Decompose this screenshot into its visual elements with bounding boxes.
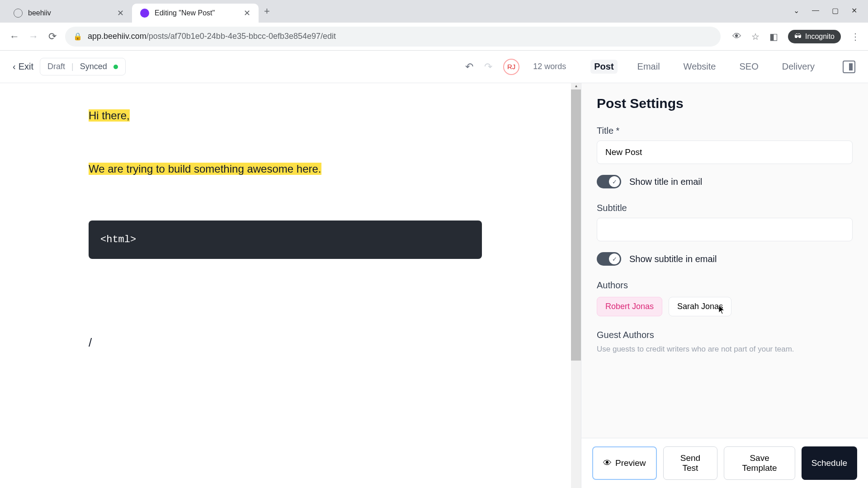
tab-delivery[interactable]: Delivery	[778, 60, 818, 74]
status-separator: |	[71, 62, 74, 71]
status-pill: Draft | Synced	[40, 58, 126, 75]
sidebar-heading: Post Settings	[597, 96, 853, 111]
editor-line-2[interactable]: We are trying to build something awesome…	[89, 163, 321, 175]
chevron-left-icon: ‹	[13, 61, 16, 72]
url-text: app.beehiiv.com/posts/af70b1e0-24bb-4e35…	[88, 32, 336, 41]
editor-scrollbar[interactable]: ▴	[571, 83, 581, 488]
eye-icon: 👁	[603, 458, 612, 468]
forward-button[interactable]: →	[27, 31, 40, 42]
app-toolbar: ‹ Exit Draft | Synced ↶ ↷ RJ 12 words Po…	[0, 51, 868, 83]
reload-button[interactable]: ⟳	[46, 31, 59, 42]
guest-authors-help: Use guests to credit writers who are not…	[597, 345, 853, 354]
show-title-toggle-row: Show title in email	[597, 175, 853, 188]
back-button[interactable]: ←	[8, 31, 21, 42]
show-subtitle-toggle[interactable]	[597, 252, 621, 266]
status-draft: Draft	[47, 62, 65, 71]
browser-tab-beehiiv[interactable]: beehiiv ✕	[5, 4, 132, 23]
tab-seo[interactable]: SEO	[736, 60, 762, 74]
minimize-icon[interactable]: ―	[812, 6, 819, 15]
show-title-label: Show title in email	[629, 177, 702, 187]
editor-content[interactable]: Hi there, We are trying to build somethi…	[0, 83, 581, 368]
url-bar[interactable]: 🔒 app.beehiiv.com/posts/af70b1e0-24bb-4e…	[65, 27, 721, 47]
exit-button[interactable]: ‹ Exit	[13, 61, 33, 72]
close-tab-icon[interactable]: ✕	[117, 8, 124, 18]
author-chip-robert[interactable]: Robert Jonas	[597, 297, 662, 316]
beehiiv-favicon-icon	[140, 9, 149, 18]
save-template-button[interactable]: Save Template	[724, 446, 795, 480]
incognito-badge[interactable]: 🕶 Incognito	[788, 30, 841, 43]
sync-dot-icon	[113, 65, 118, 69]
window-controls: ⌄ ― ▢ ✕	[783, 0, 868, 21]
editor-line-1[interactable]: Hi there,	[89, 109, 130, 122]
exit-label: Exit	[19, 61, 33, 72]
tabs-dropdown-icon[interactable]: ⌄	[793, 6, 799, 15]
preview-label: Preview	[615, 458, 646, 468]
guest-authors-label: Guest Authors	[597, 330, 853, 340]
incognito-icon: 🕶	[794, 33, 802, 41]
word-count: 12 words	[533, 62, 566, 71]
editor-area[interactable]: Hi there, We are trying to build somethi…	[0, 83, 581, 488]
show-subtitle-label: Show subtitle in email	[629, 254, 717, 264]
settings-tabs: Post Email Website SEO Delivery	[590, 60, 818, 74]
show-subtitle-toggle-row: Show subtitle in email	[597, 252, 853, 266]
preview-button[interactable]: 👁 Preview	[592, 446, 657, 480]
url-host: app.beehiiv.com	[88, 32, 146, 41]
tab-title: beehiiv	[28, 9, 112, 17]
show-title-toggle[interactable]	[597, 175, 621, 188]
title-input[interactable]	[597, 141, 853, 164]
panel-toggle-button[interactable]	[843, 61, 855, 73]
maximize-icon[interactable]: ▢	[832, 6, 839, 15]
url-path: /posts/af70b1e0-24bb-4e35-bbcc-0efb3e854…	[146, 32, 336, 41]
slash-command[interactable]: /	[89, 336, 500, 350]
kebab-menu-icon[interactable]: ⋮	[851, 31, 860, 42]
address-bar-row: ← → ⟳ 🔒 app.beehiiv.com/posts/af70b1e0-2…	[0, 23, 868, 51]
browser-tab-bar: beehiiv ✕ Editing "New Post" ✕ +	[0, 0, 868, 23]
footer-bar: 👁 Preview Send Test Save Template Schedu…	[581, 438, 868, 488]
tab-post[interactable]: Post	[590, 60, 617, 74]
redo-button[interactable]: ↷	[484, 61, 492, 73]
sidebar-body: Post Settings Title * Show title in emai…	[581, 83, 868, 438]
send-test-button[interactable]: Send Test	[663, 446, 718, 480]
address-bar-icons: 👁 ☆ ◧ 🕶 Incognito ⋮	[732, 30, 860, 43]
subtitle-input[interactable]	[597, 218, 853, 241]
scroll-up-icon[interactable]: ▴	[571, 83, 581, 89]
star-icon[interactable]: ☆	[751, 31, 760, 42]
tab-email[interactable]: Email	[634, 60, 664, 74]
avatar[interactable]: RJ	[503, 59, 519, 75]
author-chips: Robert Jonas Sarah Jonas	[597, 297, 853, 316]
new-tab-button[interactable]: +	[264, 5, 270, 17]
status-synced: Synced	[80, 62, 107, 71]
undo-button[interactable]: ↶	[465, 61, 473, 73]
close-window-icon[interactable]: ✕	[851, 6, 857, 15]
tab-website[interactable]: Website	[680, 60, 720, 74]
main-layout: Hi there, We are trying to build somethi…	[0, 83, 868, 488]
code-block[interactable]: <html>	[89, 221, 482, 259]
scroll-thumb[interactable]	[571, 89, 581, 361]
settings-sidebar: Post Settings Title * Show title in emai…	[581, 83, 868, 488]
browser-tab-editing[interactable]: Editing "New Post" ✕	[132, 4, 259, 23]
incognito-label: Incognito	[805, 33, 835, 41]
avatar-initials: RJ	[507, 63, 515, 70]
globe-icon	[14, 9, 23, 18]
authors-label: Authors	[597, 280, 853, 291]
author-chip-sarah[interactable]: Sarah Jonas	[669, 297, 731, 316]
subtitle-label: Subtitle	[597, 203, 853, 213]
close-tab-icon[interactable]: ✕	[244, 8, 250, 18]
title-label: Title *	[597, 126, 853, 136]
extensions-icon[interactable]: ◧	[769, 31, 778, 42]
eye-off-icon[interactable]: 👁	[732, 31, 741, 42]
tab-title: Editing "New Post"	[155, 9, 238, 17]
lock-icon: 🔒	[73, 32, 82, 41]
schedule-button[interactable]: Schedule	[802, 446, 857, 480]
